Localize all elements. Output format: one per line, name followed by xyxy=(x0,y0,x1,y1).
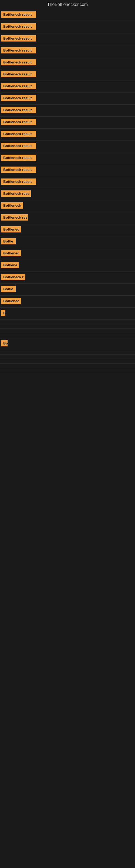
bottleneck-result-bar[interactable]: Bo xyxy=(1,340,8,346)
list-item: Bottleneck res xyxy=(0,212,135,224)
list-item: Bottleneck result xyxy=(0,117,135,129)
bottleneck-result-bar[interactable]: Bottlenec xyxy=(1,298,21,304)
list-item: B xyxy=(0,308,135,319)
list-item: Bottlenec xyxy=(0,224,135,236)
bottleneck-result-bar[interactable]: Bottleneck result xyxy=(1,95,36,101)
bottleneck-result-bar[interactable]: Bottle xyxy=(1,238,16,244)
list-item: Bottleneck result xyxy=(0,9,135,21)
list-item: Bottleneck result xyxy=(0,21,135,33)
bottleneck-result-bar[interactable]: Bottleneck result xyxy=(1,179,36,185)
list-item xyxy=(0,368,135,373)
list-item: Bottleneck resu xyxy=(0,188,135,200)
bottleneck-result-bar[interactable]: Bottleneck res xyxy=(1,214,28,220)
bottleneck-result-bar[interactable]: Bottleneck result xyxy=(1,131,36,137)
list-item: Bottle xyxy=(0,284,135,296)
list-item: Bottleneck result xyxy=(0,81,135,93)
list-item xyxy=(0,350,135,354)
site-title-text: TheBottlenecker.com xyxy=(47,2,88,7)
list-item xyxy=(0,319,135,324)
list-item: Bottleneck result xyxy=(0,141,135,152)
list-item: Bottleneck result xyxy=(0,69,135,81)
list-item: Bottlene xyxy=(0,260,135,272)
list-item xyxy=(0,329,135,333)
list-item xyxy=(0,354,135,359)
list-item: Bottleneck result xyxy=(0,164,135,176)
list-item: Bottleneck result xyxy=(0,33,135,45)
list-item xyxy=(0,364,135,368)
list-item: Bottleneck result xyxy=(0,129,135,141)
bottleneck-result-bar[interactable]: Bottleneck result xyxy=(1,83,36,89)
bottleneck-result-bar[interactable]: Bottlenec xyxy=(1,250,21,256)
bottleneck-result-bar[interactable]: Bottleneck result xyxy=(1,71,36,77)
bottleneck-result-bar[interactable]: B xyxy=(1,310,5,316)
bottleneck-result-bar[interactable]: Bottleneck resu xyxy=(1,190,31,197)
list-item: Bottleneck xyxy=(0,200,135,212)
list-item: Bottleneck result xyxy=(0,152,135,164)
bottleneck-result-bar[interactable]: Bottleneck result xyxy=(1,119,36,125)
list-item xyxy=(0,333,135,338)
bottleneck-result-bar[interactable]: Bottleneck result xyxy=(1,47,36,54)
list-item xyxy=(0,324,135,329)
list-item: Bottlenec xyxy=(0,296,135,308)
bottleneck-result-bar[interactable]: Bottleneck result xyxy=(1,143,36,149)
list-item: Bottleneck result xyxy=(0,93,135,105)
list-item: Bottleneck result xyxy=(0,176,135,188)
bottleneck-result-bar[interactable]: Bottleneck result xyxy=(1,155,36,161)
list-item: Bottleneck r xyxy=(0,272,135,284)
list-item: Bottleneck result xyxy=(0,57,135,69)
bottleneck-result-bar[interactable]: Bottleneck result xyxy=(1,107,36,113)
bottleneck-result-bar[interactable]: Bottleneck xyxy=(1,203,23,209)
list-item: Bottleneck result xyxy=(0,45,135,57)
list-item: Bo xyxy=(0,338,135,350)
bottleneck-result-bar[interactable]: Bottleneck result xyxy=(1,59,36,65)
bottleneck-result-bar[interactable]: Bottleneck result xyxy=(1,35,36,41)
bottleneck-result-bar[interactable]: Bottlenec xyxy=(1,226,21,232)
rows-container: Bottleneck resultBottleneck resultBottle… xyxy=(0,9,135,373)
bottleneck-result-bar[interactable]: Bottle xyxy=(1,286,16,292)
list-item xyxy=(0,359,135,364)
list-item: Bottle xyxy=(0,236,135,248)
bottleneck-result-bar[interactable]: Bottleneck result xyxy=(1,166,36,173)
bottleneck-result-bar[interactable]: Bottlene xyxy=(1,262,19,268)
bottleneck-result-bar[interactable]: Bottleneck r xyxy=(1,274,26,280)
list-item: Bottleneck result xyxy=(0,105,135,117)
list-item: Bottlenec xyxy=(0,248,135,260)
site-title: TheBottlenecker.com xyxy=(0,0,135,9)
bottleneck-result-bar[interactable]: Bottleneck result xyxy=(1,11,36,18)
bottleneck-result-bar[interactable]: Bottleneck result xyxy=(1,23,36,30)
